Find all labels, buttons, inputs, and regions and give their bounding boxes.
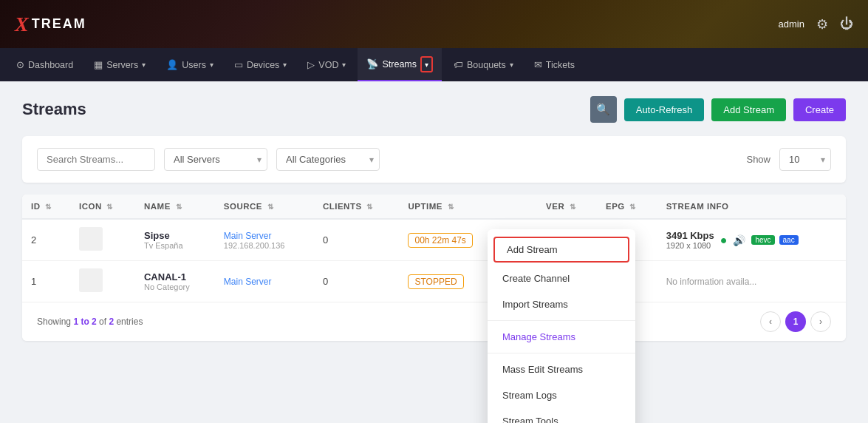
showing-text: Showing 1 to 2 of 2 entries xyxy=(37,317,143,327)
row1-source-link[interactable]: Main Server xyxy=(224,231,305,241)
col-name: NAME ⇅ xyxy=(135,194,215,219)
add-stream-button[interactable]: Add Stream xyxy=(711,98,786,121)
pagination-prev[interactable]: ‹ xyxy=(760,311,781,332)
search-button[interactable]: 🔍 xyxy=(590,96,617,123)
dropdown-divider xyxy=(488,320,635,321)
row1-kbps: 3491 Kbps xyxy=(666,230,714,241)
epg-sort-icon[interactable]: ⇅ xyxy=(629,203,636,211)
pagination-next[interactable]: › xyxy=(810,311,831,332)
sidebar-item-tickets[interactable]: ✉ Tickets xyxy=(525,48,584,81)
table-row: 1 CANAL-1 No Category Main Server 0 STOP… xyxy=(22,261,846,302)
col-icon: ICON ⇅ xyxy=(70,194,135,219)
row2-stream-name: CANAL-1 xyxy=(144,271,206,282)
vod-icon: ▷ xyxy=(307,59,315,70)
dropdown-item-mass-edit[interactable]: Mass Edit Streams xyxy=(488,356,635,382)
servers-select[interactable]: All Servers xyxy=(164,148,267,171)
showing-range: 1 to 2 xyxy=(73,317,96,327)
pagination-page-1[interactable]: 1 xyxy=(785,311,806,332)
vod-chevron-icon: ▾ xyxy=(342,61,346,69)
dropdown-item-manage-streams[interactable]: Manage Streams xyxy=(488,324,635,350)
icon-sort-icon[interactable]: ⇅ xyxy=(106,203,113,211)
streams-dropdown-box[interactable]: ▾ xyxy=(420,56,433,72)
col-epg: EPG ⇅ xyxy=(597,194,657,219)
row2-source-link[interactable]: Main Server xyxy=(224,277,305,287)
uptime-sort-icon[interactable]: ⇅ xyxy=(448,203,454,211)
row2-icon-img xyxy=(79,268,103,292)
name-sort-icon[interactable]: ⇅ xyxy=(176,203,182,211)
servers-chevron-icon: ▾ xyxy=(142,61,146,69)
row2-id: 1 xyxy=(22,261,70,302)
col-ver: VER ⇅ xyxy=(537,194,597,219)
filter-row: All Servers All Categories Show 10 25 50 xyxy=(22,136,846,183)
sidebar-item-streams[interactable]: 📡 Streams ▾ xyxy=(358,48,442,81)
servers-icon: ▦ xyxy=(94,59,103,70)
sidebar-item-devices[interactable]: ▭ Devices ▾ xyxy=(225,48,295,81)
logo-text: TREAM xyxy=(32,16,86,32)
page-actions: 🔍 Auto-Refresh Add Stream Create xyxy=(590,96,846,123)
power-icon[interactable]: ⏻ xyxy=(840,16,853,32)
streams-label: Streams xyxy=(382,59,417,70)
dashboard-label: Dashboard xyxy=(28,60,73,70)
categories-select-wrapper: All Categories xyxy=(276,148,380,171)
search-input[interactable] xyxy=(37,148,155,171)
col-actions xyxy=(503,194,538,219)
row2-stream-info: No information availa... xyxy=(657,261,846,302)
streams-dropdown-menu: Add Stream Create Channel Import Streams… xyxy=(488,229,635,423)
show-select-wrapper: 10 25 50 xyxy=(779,148,831,171)
row2-source: Main Server xyxy=(215,261,314,302)
page-title: Streams xyxy=(22,100,86,119)
row2-clients: 0 xyxy=(314,261,400,302)
row2-stopped-badge: STOPPED xyxy=(408,274,463,289)
row1-stream-info: 3491 Kbps 1920 x 1080 ● 🔊 hevc aac xyxy=(657,219,846,261)
row1-green-dot: ● xyxy=(720,234,728,247)
row1-codec-hevc: hevc xyxy=(751,235,774,245)
row1-stream-sub: Tv España xyxy=(144,241,206,250)
id-sort-icon[interactable]: ⇅ xyxy=(45,203,52,211)
row1-id: 2 xyxy=(22,219,70,261)
bouquets-icon: 🏷 xyxy=(454,59,463,70)
admin-label: admin xyxy=(779,18,804,30)
show-count-select[interactable]: 10 25 50 xyxy=(779,148,831,171)
logo-x: X xyxy=(15,13,29,36)
tickets-icon: ✉ xyxy=(534,59,542,70)
dropdown-item-import-streams[interactable]: Import Streams xyxy=(488,291,635,317)
users-icon: 👤 xyxy=(166,59,178,70)
row1-icon-img xyxy=(79,227,103,251)
gear-icon[interactable]: ⚙ xyxy=(816,16,828,33)
categories-select[interactable]: All Categories xyxy=(276,148,380,171)
clients-sort-icon[interactable]: ⇅ xyxy=(366,203,373,211)
bouquets-chevron-icon: ▾ xyxy=(510,61,513,69)
dropdown-item-add-stream[interactable]: Add Stream xyxy=(493,237,629,263)
dropdown-item-stream-tools[interactable]: Stream Tools xyxy=(488,408,635,423)
row2-stream-sub: No Category xyxy=(144,282,206,291)
vod-label: VOD xyxy=(318,60,338,70)
row1-clients: 0 xyxy=(314,219,400,261)
sidebar-item-bouquets[interactable]: 🏷 Bouquets ▾ xyxy=(445,48,522,81)
pagination: ‹ 1 › xyxy=(760,311,831,332)
show-label: Show xyxy=(746,154,770,165)
dropdown-item-create-channel[interactable]: Create Channel xyxy=(488,265,635,291)
page-content: Streams 🔍 Auto-Refresh Add Stream Create… xyxy=(0,81,868,356)
col-id: ID ⇅ xyxy=(22,194,70,219)
sidebar-item-users[interactable]: 👤 Users ▾ xyxy=(157,48,222,81)
sidebar-item-vod[interactable]: ▷ VOD ▾ xyxy=(298,48,355,81)
sidebar-item-dashboard[interactable]: ⊙ Dashboard xyxy=(7,48,82,81)
row2-name: CANAL-1 No Category xyxy=(135,261,215,302)
dropdown-item-stream-logs[interactable]: Stream Logs xyxy=(488,382,635,408)
source-sort-icon[interactable]: ⇅ xyxy=(267,203,274,211)
row2-icon xyxy=(70,261,135,302)
dropdown-divider-2 xyxy=(488,353,635,353)
row2-no-info: No information availa... xyxy=(666,277,757,287)
sidebar-item-servers[interactable]: ▦ Servers ▾ xyxy=(85,48,154,81)
row1-uptime-badge: 00h 22m 47s xyxy=(408,233,472,248)
create-button[interactable]: Create xyxy=(793,98,846,121)
page-header: Streams 🔍 Auto-Refresh Add Stream Create xyxy=(22,96,846,123)
users-label: Users xyxy=(182,60,206,70)
users-chevron-icon: ▾ xyxy=(210,61,213,69)
col-source: SOURCE ⇅ xyxy=(215,194,314,219)
bouquets-label: Bouquets xyxy=(467,60,506,70)
header: X TREAM admin ⚙ ⏻ xyxy=(0,0,868,48)
auto-refresh-button[interactable]: Auto-Refresh xyxy=(624,98,705,121)
streams-chevron-icon: ▾ xyxy=(425,61,428,69)
ver-sort-icon[interactable]: ⇅ xyxy=(570,203,576,211)
